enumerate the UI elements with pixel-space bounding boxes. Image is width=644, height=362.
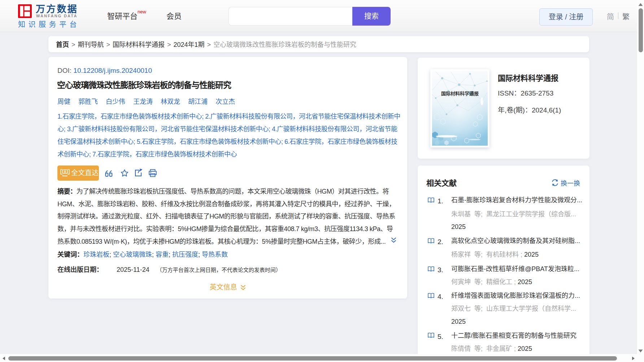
svg-text:国际材料科学通报: 国际材料科学通报 — [441, 91, 479, 96]
svg-text:free: free — [62, 174, 68, 177]
